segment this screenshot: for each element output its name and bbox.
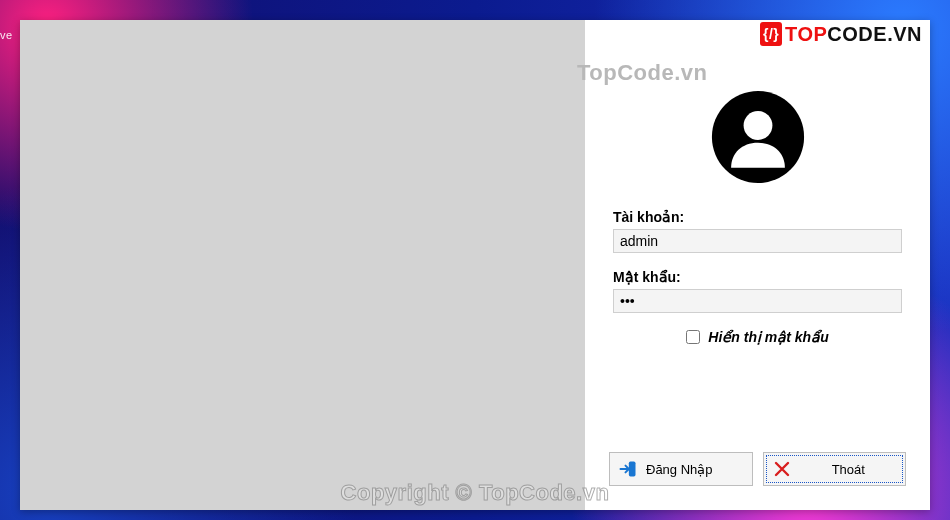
password-input[interactable] [613,289,902,313]
show-password-label[interactable]: Hiển thị mật khẩu [708,329,828,345]
show-password-checkbox[interactable] [686,330,700,344]
login-form: Tài khoản: Mật khẩu: Hiển thị mật khẩu [605,209,910,345]
show-password-row: Hiển thị mật khẩu [613,329,902,345]
login-arrow-icon [618,459,638,479]
login-button[interactable]: Đăng Nhập [609,452,753,486]
brand-text-suffix: .VN [887,23,922,45]
brand-logo: {/} TOPCODE.VN [760,22,922,46]
brand-mark-icon: {/} [760,22,782,46]
brand-text-top: TOP [785,23,827,45]
exit-button[interactable]: Thoát [763,452,907,486]
login-button-label: Đăng Nhập [646,462,713,477]
bg-text-fragment: ve [0,29,13,41]
account-label: Tài khoản: [613,209,902,225]
account-input[interactable] [613,229,902,253]
right-panel: {/} TOPCODE.VN TopCode.vn Tài khoản: Mật… [585,20,930,510]
password-label: Mật khẩu: [613,269,902,285]
svg-point-1 [743,111,772,140]
left-panel [20,20,585,510]
password-field: Mật khẩu: [613,269,902,313]
button-row: Đăng Nhập Thoát [605,452,910,492]
exit-button-label: Thoát [800,462,898,477]
account-field: Tài khoản: [613,209,902,253]
avatar-icon [710,89,806,189]
brand-text-code: CODE [827,23,887,45]
login-window: {/} TOPCODE.VN TopCode.vn Tài khoản: Mật… [20,20,930,510]
close-x-icon [772,459,792,479]
watermark-top: TopCode.vn [577,60,707,86]
